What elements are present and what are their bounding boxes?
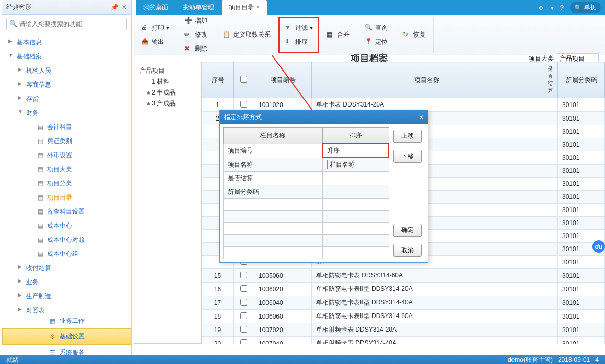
th-settle[interactable]: 是否结算 xyxy=(542,62,558,98)
tb-output[interactable]: 输出 xyxy=(138,36,172,48)
modal-row[interactable]: 是否结算 xyxy=(224,172,389,185)
tab-catalog[interactable]: 项目目录× xyxy=(222,0,267,15)
tb-restore[interactable]: 恢复 xyxy=(400,29,429,41)
arrow-icon: ▶ xyxy=(18,95,22,100)
row-check[interactable] xyxy=(240,299,247,306)
tree-item[interactable]: ▶收付结算 xyxy=(2,261,131,275)
table-row[interactable]: 171006040单相防窃电卡表II型 DDSY314-40A30101 xyxy=(202,296,605,310)
sb-base[interactable]: 基础设置 xyxy=(2,328,131,345)
row-check[interactable] xyxy=(240,312,247,319)
tb-locate[interactable]: 定位 xyxy=(362,36,391,48)
checkall[interactable] xyxy=(240,76,247,83)
doc-icon: ▤ xyxy=(38,236,45,243)
delete-icon xyxy=(184,45,193,53)
th-check[interactable] xyxy=(234,62,254,98)
doc-icon: ▤ xyxy=(38,222,45,229)
tree-item[interactable]: ▶基本信息 xyxy=(2,36,131,50)
tree-item[interactable]: ▤会计科目 xyxy=(2,120,131,134)
arrow-icon: ▶ xyxy=(18,80,22,86)
lt-item[interactable]: ⊞2 半成品 xyxy=(137,87,198,98)
tree-item[interactable]: ▤成本中心对照 xyxy=(2,233,131,247)
top-search[interactable]: 🔍单据 xyxy=(570,2,601,13)
statusbar: 就绪 demo(账套主管) 2018-09-01 4 xyxy=(0,355,605,364)
btn-up[interactable]: 上移 xyxy=(393,130,422,143)
tree-item[interactable]: ▤项目目录 xyxy=(2,191,131,205)
table-row[interactable]: 151005060单相防窃电卡表 DDSY314-60A30101 xyxy=(202,269,605,283)
tree-item[interactable]: ▶业务 xyxy=(2,275,131,289)
smile-icon[interactable] xyxy=(538,4,544,11)
modal-row[interactable]: 项目编号升序 xyxy=(224,144,389,158)
tb-query[interactable]: 查询 xyxy=(362,22,391,34)
tb-delete[interactable]: 删除 xyxy=(181,43,211,55)
doc-icon: ▤ xyxy=(38,137,45,145)
locate-icon xyxy=(365,38,373,46)
top-tabs: 我的桌面 变动单管理 项目目录× ▾ 🔍单据 xyxy=(136,0,605,15)
toolbar: 打印 ▾ 输出 增加 修改 删除 定义取数关系 过滤 ▾ 排序 合并 查询 定位… xyxy=(134,15,605,55)
tb-merge[interactable]: 合并 xyxy=(323,29,353,41)
th-name[interactable]: 项目名称 xyxy=(312,62,542,98)
doc-icon: ▤ xyxy=(38,123,45,131)
table-row[interactable]: 161006020单相防窃电卡表II型 DDSY314-20A30101 xyxy=(202,283,605,296)
tree-item[interactable]: ▤项目分类 xyxy=(2,177,131,191)
tree-item[interactable]: ▼财务 xyxy=(2,106,131,120)
tree-item[interactable]: ▶客商信息 xyxy=(2,78,131,92)
doc-icon: ▤ xyxy=(38,151,45,159)
tb-sort[interactable]: 排序 xyxy=(282,36,316,48)
tree-item[interactable]: ▶存货 xyxy=(2,92,131,106)
sidebar-search-input[interactable] xyxy=(6,18,127,30)
table-row[interactable]: 201007040单相射频卡表 DDSY314-40A30101 xyxy=(202,337,605,344)
close-sidebar-icon[interactable]: ✕ xyxy=(122,4,127,11)
close-tab-icon[interactable]: × xyxy=(256,4,260,11)
tb-print[interactable]: 打印 ▾ xyxy=(138,22,172,34)
modal-row[interactable]: 所属分类码 xyxy=(224,185,389,199)
tb-edit[interactable]: 修改 xyxy=(181,29,211,41)
sb-work[interactable]: 业务工作 xyxy=(2,313,131,328)
row-check[interactable] xyxy=(240,326,247,333)
lt-item[interactable]: ⊞3 产成品 xyxy=(137,98,198,109)
btn-cancel[interactable]: 取消 xyxy=(393,244,422,257)
mth-sort: 排序 xyxy=(322,128,389,144)
tree-item[interactable]: ▶机构人员 xyxy=(2,64,131,78)
th-code[interactable]: 项目编号 xyxy=(254,62,312,98)
product-tree: 产品项目 1 材料⊞2 半成品⊞3 产成品 xyxy=(134,62,202,344)
pin-icon[interactable]: 📌 xyxy=(111,4,119,11)
lt-root[interactable]: 产品项目 xyxy=(137,65,198,76)
baidu-badge[interactable]: du xyxy=(592,240,605,253)
row-check[interactable] xyxy=(240,101,247,108)
row-check[interactable] xyxy=(240,285,247,292)
tree-item[interactable]: ▤凭证类别 xyxy=(2,134,131,148)
tab-desktop[interactable]: 我的桌面 xyxy=(136,0,176,15)
tree-item[interactable]: ▤成本中心 xyxy=(2,219,131,233)
tree-item[interactable]: ▤备查科目设置 xyxy=(2,205,131,219)
th-seq[interactable]: 序号 xyxy=(202,62,234,98)
filter-icon xyxy=(285,24,293,32)
table-row[interactable]: 181006060单相防窃电卡表II型 DDSY314-60A30101 xyxy=(202,310,605,323)
print-icon xyxy=(141,24,149,32)
th-cat[interactable]: 所属分类码 xyxy=(558,62,605,98)
row-check[interactable] xyxy=(240,272,247,278)
tree-item[interactable]: ▤项目大类 xyxy=(2,162,131,177)
sort-icon xyxy=(285,38,293,46)
tb-filter[interactable]: 过滤 ▾ xyxy=(282,22,316,34)
tb-defrel[interactable]: 定义取数关系 xyxy=(219,29,274,41)
btn-down[interactable]: 下移 xyxy=(393,150,422,163)
modal-close-icon[interactable]: ✕ xyxy=(418,114,424,121)
doc-icon: ▤ xyxy=(38,180,45,187)
arrow-icon: ▶ xyxy=(8,38,13,44)
tree-item[interactable]: ▤外币设置 xyxy=(2,148,131,162)
row-check[interactable] xyxy=(240,339,247,344)
tb-add[interactable]: 增加 xyxy=(181,15,211,27)
status-ready: 就绪 xyxy=(6,356,19,363)
tree-item[interactable]: ▤成本中心组 xyxy=(2,247,131,261)
tree-item[interactable]: ▼基础档案 xyxy=(2,50,131,64)
sidebar: 经典树形 📌 ✕ 🔍 ▶基本信息▼基础档案▶机构人员▶客商信息▶存货▼财务▤会计… xyxy=(2,0,132,364)
modal-row[interactable]: 项目名称栏目名称 xyxy=(224,158,389,172)
table-row[interactable]: 191007020单相射频卡表 DDSY314-20A30101 xyxy=(202,323,605,337)
dropdown-icon[interactable]: ▾ xyxy=(551,4,554,11)
lt-item[interactable]: 1 材料 xyxy=(137,76,198,87)
help-icon[interactable] xyxy=(560,4,564,11)
tab-change[interactable]: 变动单管理 xyxy=(176,0,222,15)
modal-title-bar[interactable]: 指定排序方式 ✕ xyxy=(220,110,428,124)
btn-ok[interactable]: 确定 xyxy=(393,224,422,237)
tree-item[interactable]: ▶生产制造 xyxy=(2,289,131,303)
